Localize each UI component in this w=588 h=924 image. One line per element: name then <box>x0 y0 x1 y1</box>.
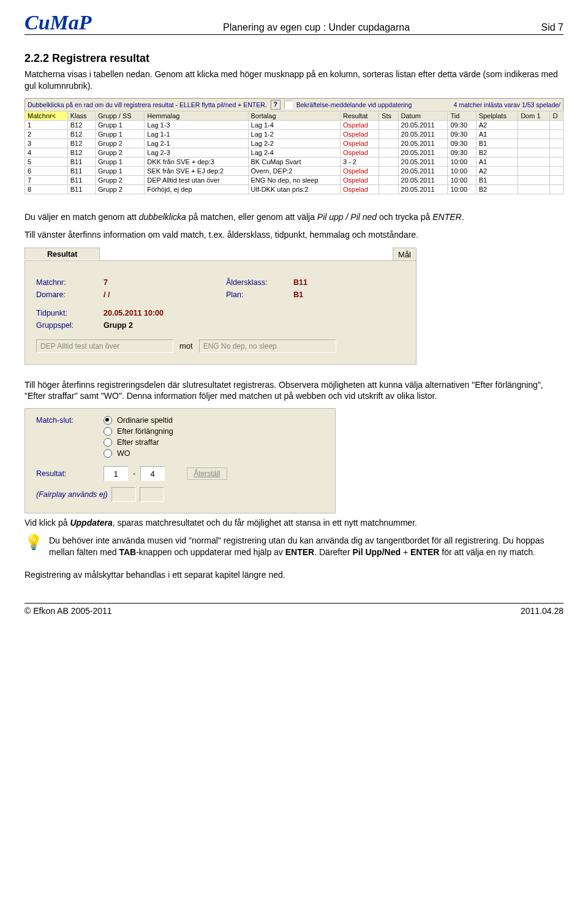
value-gruppspel: Grupp 2 <box>104 321 226 330</box>
score-dash: - <box>133 469 135 478</box>
column-header[interactable]: Tid <box>448 111 476 120</box>
radio-label: Ordinarie speltid <box>117 416 173 425</box>
column-header[interactable]: Bortalag <box>248 111 340 120</box>
table-row[interactable]: 7B11Grupp 2DEP Alltid test utan överENG … <box>25 175 564 184</box>
hint-text-left: Dubbelklicka på en rad om du vill regist… <box>28 101 267 108</box>
matchslut-panel: Match-slut: Ordinarie speltidEfter förlä… <box>24 408 336 513</box>
fairplay-away <box>140 487 164 502</box>
confirm-checkbox[interactable] <box>284 100 293 109</box>
logo: CuMaP <box>24 12 92 33</box>
column-header[interactable]: Resultat <box>340 111 379 120</box>
matchslut-option[interactable]: WO <box>104 449 324 458</box>
page-header: CuMaP Planering av egen cup : Under cupd… <box>24 12 564 35</box>
tab-resultat[interactable]: Resultat <box>24 248 100 260</box>
footer-left: © Efkon AB 2005-2011 <box>24 606 112 616</box>
radio-icon[interactable] <box>104 427 112 436</box>
result-panel-wrapper: Resultat Mål Matchnr: 7 Åldersklass: B11… <box>24 247 417 365</box>
paragraph-uppdatera: Vid klick på Uppdatera, sparas matchresu… <box>24 517 564 529</box>
intro-paragraph: Matcherna visas i tabellen nedan. Genom … <box>24 69 564 92</box>
radio-icon[interactable] <box>104 416 112 425</box>
hint-text-right: 4 matcher inlästa varav 1/53 spelade/ <box>453 101 560 108</box>
radio-label: WO <box>117 449 130 458</box>
matchslut-option[interactable]: Efter straffar <box>104 438 324 447</box>
away-team-field <box>199 339 336 353</box>
matches-table[interactable]: Matchnr<KlassGrupp / SSHemmalagBortalagR… <box>24 111 564 194</box>
home-score-input[interactable] <box>104 466 128 481</box>
radio-label: Efter förlängning <box>117 427 173 436</box>
label-resultat: Resultat: <box>36 469 99 478</box>
column-header[interactable]: D <box>550 111 564 120</box>
table-row[interactable]: 1B12Grupp 1Lag 1-3Lag 1-4Ospelad20.05.20… <box>25 120 564 129</box>
value-plan: B1 <box>293 290 355 299</box>
table-row[interactable]: 6B11Grupp 1SEK från SVE + EJ dep:2Övern,… <box>25 166 564 175</box>
matchslut-option[interactable]: Efter förlängning <box>104 427 324 436</box>
label-domare: Domare: <box>36 290 104 299</box>
column-header[interactable]: Matchnr< <box>25 111 68 120</box>
help-icon[interactable]: ? <box>271 100 281 110</box>
header-title: Planering av egen cup : Under cupdagarna <box>92 22 541 33</box>
label-tidpunkt: Tidpunkt: <box>36 309 104 317</box>
result-panel: Matchnr: 7 Åldersklass: B11 Domare: / / … <box>24 260 417 365</box>
label-mot: mot <box>179 341 193 350</box>
table-hint-bar: Dubbelklicka på en rad om du vill regist… <box>24 98 564 111</box>
radio-icon[interactable] <box>104 449 112 458</box>
paragraph-left-info: Till vänster återfinns information om va… <box>24 229 564 241</box>
radio-icon[interactable] <box>104 438 112 447</box>
page-footer: © Efkon AB 2005-2011 2011.04.28 <box>24 603 564 616</box>
table-row[interactable]: 8B11Grupp 2Förhöjd, ej depUlf-DKK utan p… <box>25 184 564 194</box>
confirm-checkbox-label: Bekräftelse-meddelande vid uppdatering <box>296 101 412 108</box>
fairplay-label: (Fairplay används ej) <box>36 490 108 499</box>
label-aldersklass: Åldersklass: <box>226 278 293 287</box>
column-header[interactable]: Klass <box>67 111 95 120</box>
table-row[interactable]: 3B12Grupp 2Lag 2-1Lag 2-2Ospelad20.05.20… <box>25 138 564 148</box>
radio-label: Efter straffar <box>117 438 159 447</box>
column-header[interactable]: Datum <box>398 111 448 120</box>
value-domare: / / <box>104 290 226 299</box>
column-header[interactable]: Dom 1 <box>518 111 550 120</box>
lightbulb-icon: 💡 <box>24 535 43 550</box>
paragraph-select-match: Du väljer en match genom att dubbelklick… <box>24 211 564 223</box>
tip-block: 💡 Du behöver inte använda musen vid "nor… <box>24 535 564 558</box>
label-gruppspel: Gruppspel: <box>36 321 104 330</box>
value-matchnr: 7 <box>104 278 226 287</box>
fairplay-home <box>111 487 136 502</box>
table-row[interactable]: 5B11Grupp 1DKK från SVE + dep:3BK CuMap … <box>25 157 564 166</box>
label-matchslut: Match-slut: <box>36 416 104 425</box>
label-matchnr: Matchnr: <box>36 278 104 287</box>
label-plan: Plan: <box>226 290 293 299</box>
table-row[interactable]: 2B12Grupp 1Lag 1-1Lag 1-2Ospelad20.05.20… <box>25 129 564 138</box>
footer-right: 2011.04.28 <box>521 606 564 616</box>
value-aldersklass: B11 <box>293 278 355 287</box>
reset-button[interactable]: Återställ <box>187 468 227 480</box>
column-header[interactable]: Sts <box>379 111 398 120</box>
paragraph-right-info: Till höger återfinns registreringsdelen … <box>24 379 564 403</box>
section-heading: 2.2.2 Registrera resultat <box>24 52 564 65</box>
column-header[interactable]: Spelplats <box>476 111 518 120</box>
page-number: Sid 7 <box>541 22 564 33</box>
away-score-input[interactable] <box>140 466 165 481</box>
home-team-field <box>36 339 173 353</box>
value-tidpunkt: 20.05.2011 10:00 <box>104 309 226 317</box>
matchslut-option[interactable]: Ordinarie speltid <box>104 416 324 425</box>
paragraph-goalscorers: Registrering av målskyttar behandlas i e… <box>24 569 564 581</box>
column-header[interactable]: Grupp / SS <box>96 111 145 120</box>
tab-mal[interactable]: Mål <box>393 248 417 260</box>
table-row[interactable]: 4B12Grupp 2Lag 2-3Lag 2-4Ospelad20.05.20… <box>25 148 564 157</box>
column-header[interactable]: Hemmalag <box>145 111 248 120</box>
